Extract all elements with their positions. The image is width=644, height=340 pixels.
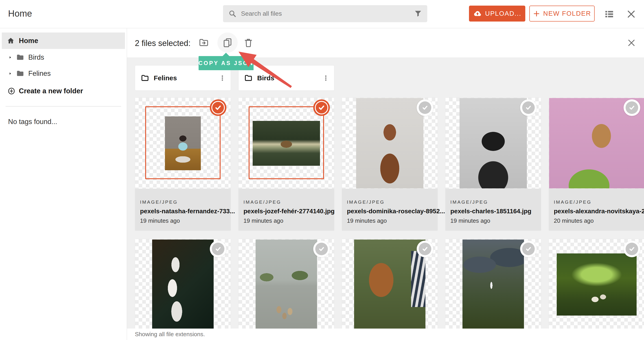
file-meta: IMAGE/JPEG pexels-natasha-fernandez-733.… — [135, 189, 231, 231]
file-time: 20 minutes ago — [554, 217, 644, 224]
upload-button[interactable]: UPLOAD... — [469, 5, 525, 21]
file-meta: IMAGE/JPEG pexels-charles-1851164.jpg 19… — [446, 189, 541, 231]
file-name: pexels-jozef-fehér-2774140.jpg — [244, 208, 334, 215]
move-to-folder-button[interactable] — [198, 37, 209, 48]
file-type: IMAGE/JPEG — [450, 199, 541, 205]
file-name: pexels-alexandra-novitskaya-2... — [554, 208, 644, 215]
sidebar-divider — [6, 106, 121, 106]
file-thumbnail — [446, 98, 541, 189]
circle-plus-icon — [8, 87, 15, 95]
folder-outline-icon — [244, 74, 253, 82]
folder-card-name: Birds — [257, 74, 322, 82]
select-check-badge[interactable] — [417, 241, 433, 257]
file-thumbnail — [446, 239, 541, 329]
file-card[interactable]: IMAGE/JPEG pexels-natasha-fernandez-733.… — [135, 98, 231, 231]
photo-white-deer-on-hill — [462, 240, 524, 329]
kebab-menu-icon[interactable] — [322, 75, 329, 81]
sidebar-birds-label: Birds — [28, 53, 44, 61]
file-card[interactable] — [135, 239, 231, 329]
status-bar: Showing all file extensions. — [127, 329, 644, 340]
select-check-badge[interactable] — [210, 241, 226, 257]
folder-card-name: Felines — [154, 74, 219, 82]
file-type: IMAGE/JPEG — [140, 199, 231, 205]
plus-icon — [533, 10, 540, 17]
sidebar-item-home[interactable]: Home — [2, 32, 125, 49]
file-name: pexels-dominika-roseclay-8952... — [347, 208, 438, 215]
file-card[interactable]: IMAGE/JPEG pexels-alexandra-novitskaya-2… — [549, 98, 644, 231]
file-meta: IMAGE/JPEG pexels-alexandra-novitskaya-2… — [549, 189, 644, 231]
list-view-icon[interactable] — [604, 9, 614, 19]
create-folder-label: Create a new folder — [19, 87, 83, 95]
status-text: Showing all file extensions. — [135, 331, 205, 338]
no-tags-message: No tags found... — [8, 115, 57, 128]
selection-outline — [145, 106, 220, 179]
select-check-badge[interactable] — [520, 99, 537, 116]
sidebar-felines-label: Felines — [28, 69, 51, 78]
folder-outline-icon — [141, 74, 149, 82]
file-card[interactable] — [549, 239, 644, 329]
select-check-badge[interactable] — [624, 99, 640, 116]
photo-geese-on-road — [256, 240, 317, 329]
file-card[interactable]: IMAGE/JPEG pexels-dominika-roseclay-8952… — [342, 98, 438, 231]
file-thumbnail — [238, 239, 334, 329]
file-card[interactable]: IMAGE/JPEG pexels-charles-1851164.jpg 19… — [445, 98, 541, 231]
file-thumbnail — [549, 239, 644, 329]
selected-check-badge[interactable] — [210, 99, 226, 116]
file-time: 19 minutes ago — [450, 217, 541, 224]
file-time: 19 minutes ago — [347, 217, 438, 224]
new-folder-button-label: NEW FOLDER — [543, 10, 591, 17]
search-bar[interactable] — [223, 5, 427, 22]
copy-as-json-button[interactable] — [222, 37, 233, 48]
close-icon[interactable] — [626, 9, 636, 19]
file-cards-row-2 — [135, 239, 644, 329]
sidebar: Home Birds Felines Create a new folder N… — [0, 28, 127, 340]
sidebar-item-felines[interactable]: Felines — [8, 67, 51, 80]
file-cards-row-1: IMAGE/JPEG pexels-natasha-fernandez-733.… — [135, 98, 644, 231]
select-check-badge[interactable] — [624, 241, 640, 257]
filter-funnel-icon[interactable] — [414, 9, 422, 18]
search-input[interactable] — [241, 10, 414, 17]
top-header: Home UPLOAD... NEW FOLDER — [0, 0, 644, 28]
photo-seagulls-in-row — [152, 240, 214, 329]
file-browser-app: { "header": { "title": "Home", "search_p… — [0, 0, 644, 340]
sidebar-home-label: Home — [19, 37, 38, 45]
select-check-badge[interactable] — [313, 241, 330, 257]
select-check-badge[interactable] — [520, 241, 537, 257]
tooltip-label: COPY AS JSON — [198, 60, 254, 66]
file-thumbnail — [238, 98, 334, 189]
selection-count-label: 2 files selected: — [135, 38, 190, 48]
cloud-upload-icon — [473, 9, 482, 18]
selected-check-badge[interactable] — [313, 99, 330, 116]
photo-brown-dachshund — [356, 98, 424, 188]
folder-icon — [16, 69, 24, 78]
caret-right-icon[interactable] — [8, 56, 12, 59]
file-thumbnail — [342, 239, 438, 329]
file-time: 19 minutes ago — [244, 217, 334, 224]
file-thumbnail — [135, 98, 231, 189]
search-icon — [228, 9, 237, 18]
selection-bar: 2 files selected: — [127, 28, 644, 57]
home-icon — [7, 37, 15, 45]
photo-black-pug — [460, 98, 527, 188]
file-name: pexels-charles-1851164.jpg — [450, 208, 541, 215]
page-title: Home — [8, 8, 32, 19]
file-grid-area: Felines Birds — [127, 57, 644, 329]
select-check-badge[interactable] — [417, 99, 433, 116]
copy-as-json-tooltip: COPY AS JSON — [198, 56, 254, 70]
new-folder-button[interactable]: NEW FOLDER — [529, 5, 595, 21]
file-card[interactable] — [342, 239, 438, 329]
kebab-menu-icon[interactable] — [219, 75, 226, 81]
delete-button[interactable] — [243, 37, 254, 48]
file-card[interactable]: IMAGE/JPEG pexels-jozef-fehér-2774140.jp… — [238, 98, 334, 231]
clear-selection-icon[interactable] — [627, 38, 636, 47]
create-folder-button[interactable]: Create a new folder — [8, 84, 83, 98]
file-thumbnail — [342, 98, 438, 189]
file-time: 19 minutes ago — [140, 217, 231, 224]
caret-right-icon[interactable] — [8, 72, 12, 75]
sidebar-item-birds[interactable]: Birds — [8, 51, 44, 64]
folder-icon — [16, 53, 24, 61]
selection-outline — [248, 106, 324, 179]
file-type: IMAGE/JPEG — [244, 199, 334, 205]
file-card[interactable] — [445, 239, 541, 329]
file-card[interactable] — [238, 239, 334, 329]
